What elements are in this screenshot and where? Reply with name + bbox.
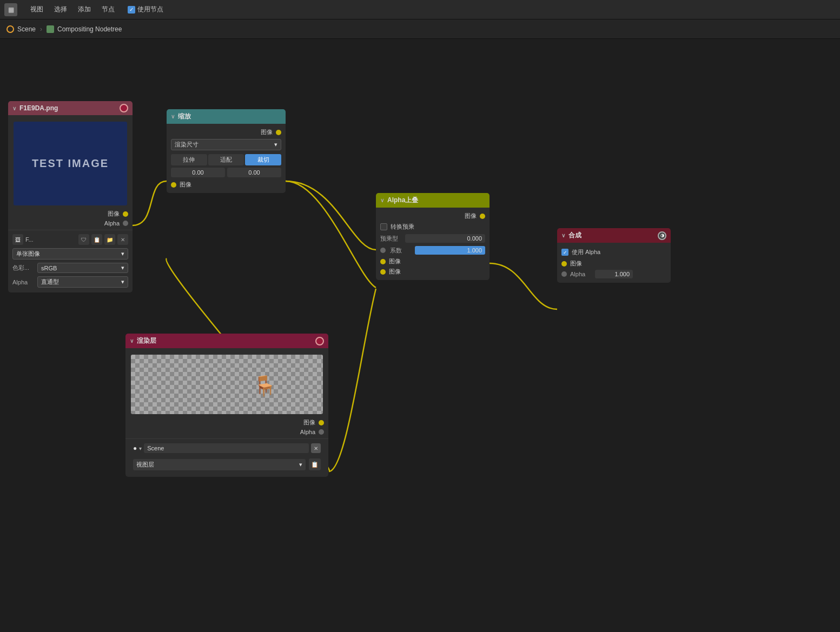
use-nodes-toggle[interactable]: ✓ 使用节点 (128, 5, 163, 14)
alpha-port-image1: 图像 (376, 256, 490, 267)
alpha-collapse-icon[interactable]: ∨ (380, 197, 384, 203)
btn-fit[interactable]: 适配 (208, 154, 244, 165)
render-icon (315, 337, 324, 345)
scale-xy-fields: 0.00 0.00 (171, 168, 281, 177)
port-alpha-dot[interactable] (123, 221, 128, 226)
use-alpha-checkbox[interactable]: ✓ (561, 249, 568, 256)
scene-dropdown-icon[interactable]: ▾ (139, 445, 142, 451)
convert-premul-label: 转换预乘 (391, 223, 414, 231)
premul-value[interactable]: 0.000 (405, 234, 485, 243)
compose-port-alpha: Alpha 1.000 (557, 269, 671, 280)
editor-type-icon[interactable]: ▦ (4, 3, 17, 16)
node-scale-header[interactable]: ∨ 缩放 (167, 109, 286, 124)
folder-btn[interactable]: 📁 (104, 234, 115, 245)
convert-premul-row: 转换预乘 (376, 221, 490, 232)
copy-layer-button[interactable]: 📋 (309, 458, 321, 470)
scene-close-button[interactable]: ✕ (311, 443, 321, 453)
menu-select[interactable]: 选择 (50, 3, 71, 16)
view-layer-select[interactable]: 视图层 ▾ (133, 459, 306, 470)
render-alpha-dot[interactable] (319, 429, 324, 435)
scale-port-out-dot[interactable] (276, 130, 281, 135)
node-render-header[interactable]: ∨ 渲染层 (125, 334, 328, 348)
compose-collapse-icon[interactable]: ∨ (561, 232, 565, 238)
breadcrumb-bar: Scene › Compositing Nodetree (0, 19, 840, 39)
compose-alpha-label: Alpha (570, 271, 592, 277)
alpha-in1-label: 图像 (389, 257, 401, 265)
chair-icon: 🪑 (253, 376, 280, 409)
node-image-header[interactable]: ∨ F1E9DA.png (8, 101, 133, 115)
image-preview: TEST IMAGE (14, 122, 127, 205)
alpha-port-out-label: 图像 (465, 212, 477, 220)
premul-label: 预乘型 (380, 235, 402, 243)
port-image-dot[interactable] (123, 211, 128, 217)
node-compose: ∨ 合成 ◑ ✓ 使用 Alpha 图像 Alpha 1.000 (557, 228, 671, 283)
port-alpha-label: Alpha (104, 220, 120, 227)
use-nodes-label: 使用节点 (137, 5, 163, 14)
copy-btn[interactable]: 📋 (91, 234, 102, 245)
factor-value[interactable]: 1.000 (415, 246, 485, 255)
premul-type-row: 预乘型 0.000 (376, 232, 490, 244)
scale-port-image-in: 图像 (167, 179, 286, 190)
use-nodes-checkbox[interactable]: ✓ (128, 6, 135, 14)
render-port-alpha-out: Alpha (125, 428, 328, 436)
scale-port-image-out: 图像 (167, 127, 286, 137)
scale-port-in-dot[interactable] (171, 182, 176, 188)
convert-premul-checkbox[interactable] (380, 223, 387, 230)
alpha-in2-dot[interactable] (380, 269, 386, 275)
alpha-in2-label: 图像 (389, 268, 401, 276)
alpha-port-out-dot[interactable] (480, 214, 485, 219)
compose-image-label: 图像 (570, 260, 582, 268)
node-compose-header[interactable]: ∨ 合成 ◑ (557, 228, 671, 243)
scale-dropdown[interactable]: 渲染尺寸 ▾ (171, 139, 281, 150)
alpha-in1-dot[interactable] (380, 259, 386, 264)
scale-x-field[interactable]: 0.00 (171, 168, 225, 177)
alpha-row: Alpha 直通型 ▾ (8, 275, 133, 289)
compose-alpha-dot[interactable] (561, 271, 567, 277)
close-btn[interactable]: ✕ (117, 234, 128, 245)
node-alpha-over: ∨ Alpha上叠 图像 转换预乘 预乘型 0.000 系数 1 (376, 193, 490, 280)
node-alpha-title: Alpha上叠 (387, 196, 418, 205)
alpha-port-image2: 图像 (376, 267, 490, 277)
node-canvas[interactable]: ∨ F1E9DA.png TEST IMAGE 图像 Alpha 🖼 F... (0, 39, 840, 632)
scale-y-field[interactable]: 0.00 (227, 168, 281, 177)
alpha-select[interactable]: 直通型 ▾ (37, 276, 128, 288)
scene-input-row: ● ▾ Scene ✕ (133, 443, 321, 453)
render-image-dot[interactable] (319, 420, 324, 425)
image-toolbar: 🖼 F... 🛡 📋 📁 ✕ (8, 232, 133, 247)
scene-dot-icon (6, 25, 14, 33)
node-alpha-header[interactable]: ∨ Alpha上叠 (376, 193, 490, 208)
nodetree-icon (47, 25, 54, 33)
breadcrumb-nodetree-label: Compositing Nodetree (57, 25, 122, 33)
alpha-port-out: 图像 (376, 211, 490, 221)
node-compose-body: ✓ 使用 Alpha 图像 Alpha 1.000 (557, 243, 671, 283)
render-alpha-label: Alpha (300, 429, 315, 435)
btn-crop[interactable]: 裁切 (245, 154, 281, 165)
shield-btn[interactable]: 🛡 (78, 234, 89, 245)
render-port-image-out: 图像 (125, 417, 328, 428)
menu-bar: 视图 选择 添加 节点 (26, 3, 119, 16)
scale-collapse-icon[interactable]: ∨ (171, 114, 175, 119)
scale-port-out-label: 图像 (261, 128, 273, 136)
btn-stretch[interactable]: 拉伸 (171, 154, 207, 165)
node-render-title: 渲染层 (137, 336, 156, 345)
menu-node[interactable]: 节点 (97, 3, 119, 16)
scale-port-in-label: 图像 (180, 181, 191, 189)
color-select[interactable]: sRGB ▾ (37, 263, 128, 273)
menu-add[interactable]: 添加 (74, 3, 95, 16)
node-compose-title: 合成 (568, 231, 581, 240)
color-row: 色彩... sRGB ▾ (8, 261, 133, 275)
scene-input[interactable]: Scene (144, 443, 309, 453)
collapse-arrow-icon[interactable]: ∨ (12, 105, 16, 111)
image-icon-btn[interactable]: 🖼 (12, 234, 23, 245)
factor-port-dot[interactable] (380, 248, 386, 253)
single-image-select[interactable]: 单张图像 ▾ (12, 248, 128, 260)
alpha-label: Alpha (12, 279, 34, 285)
port-alpha-out: Alpha (8, 219, 133, 228)
image-name-text: F... (25, 236, 76, 243)
compose-image-dot[interactable] (561, 261, 567, 267)
render-collapse-icon[interactable]: ∨ (130, 338, 134, 344)
compose-alpha-value[interactable]: 1.000 (595, 270, 633, 278)
single-image-row: 单张图像 ▾ (8, 247, 133, 261)
menu-view[interactable]: 视图 (26, 3, 48, 16)
scene-icon: ● (133, 444, 137, 452)
